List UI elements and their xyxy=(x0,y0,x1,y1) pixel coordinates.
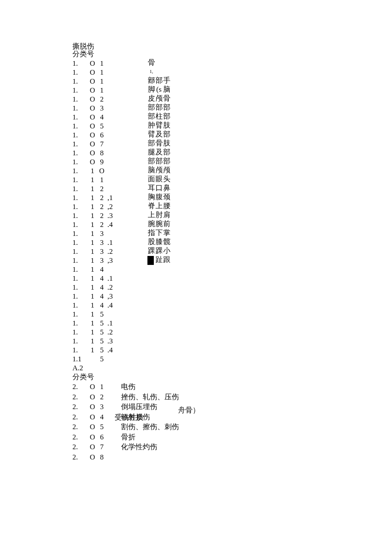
vert-cell: (s xyxy=(155,85,163,94)
col-2: 1 xyxy=(87,328,98,337)
vert-cell: 部 xyxy=(147,157,155,166)
vert-cell: 指 xyxy=(147,228,155,237)
col-3: 4 xyxy=(98,413,106,421)
col-3: 5 xyxy=(98,337,106,346)
code-row: 1.O1 xyxy=(72,86,328,95)
vert-cell: 及 xyxy=(155,148,163,157)
vert-cell: 部 xyxy=(155,157,163,166)
vert-cell: 腕 xyxy=(155,219,163,228)
vert-cell: 部 xyxy=(163,130,170,139)
vert-cell: 耳 xyxy=(147,183,155,192)
vert-cell: 腰 xyxy=(163,201,170,210)
col-3: 4 xyxy=(98,292,106,301)
vert-cell: 部 xyxy=(155,103,163,112)
vert-cell: 小 xyxy=(163,246,170,255)
col-1: 1. xyxy=(72,68,87,77)
col-4: .1 xyxy=(106,238,119,247)
col-1: 1. xyxy=(72,59,87,68)
vert-cell: 手 xyxy=(163,76,170,85)
code-row: 1.12.4 xyxy=(72,220,328,229)
col-3: 6 xyxy=(98,131,106,139)
vert-cell: 股 xyxy=(147,237,155,246)
col-1: 1. xyxy=(72,310,87,319)
code-row: 1.13,3 xyxy=(72,256,328,265)
col-4 xyxy=(106,131,119,139)
code-row: 1.O2 xyxy=(72,95,328,104)
col-4: .2 xyxy=(106,328,119,337)
code-row: 1.12,2 xyxy=(72,202,328,211)
code-row: 1.14 xyxy=(72,265,328,274)
code-row: 1.15 xyxy=(72,355,328,363)
col-4: .3 xyxy=(106,211,119,220)
col-2: 1 xyxy=(87,175,98,184)
col-3: 5 xyxy=(98,422,106,431)
col-1: 1. xyxy=(72,148,87,157)
code-list-1: 1.O11.O11.O11.O11.O21.O31.O41.O51.O61.O7… xyxy=(72,59,328,363)
col-3: 2 xyxy=(98,211,106,220)
col-1: 1. xyxy=(72,86,87,95)
col-2: 1 xyxy=(87,238,98,247)
col-4 xyxy=(106,122,119,131)
vert-cell: 颅 xyxy=(163,166,170,174)
col-1: 1. xyxy=(72,274,87,283)
injury-label: 倒塌压埋伤 xyxy=(106,402,157,411)
vert-cell: 腹 xyxy=(155,192,163,201)
col-3: 9 xyxy=(98,157,106,166)
col-4: .2 xyxy=(106,247,119,256)
vert-cell: 部 xyxy=(147,112,155,121)
col-3: 4 xyxy=(98,265,106,274)
col-3: 5 xyxy=(98,319,106,328)
vert-cell: 跟 xyxy=(163,255,170,264)
vert-cell: 脚 xyxy=(147,85,155,94)
document-page: 撕脱伤 分类号 1.O11.O11.O11.O11.O21.O31.O41.O5… xyxy=(72,43,328,462)
vert-cell: 肩 xyxy=(163,210,170,219)
vert-cell xyxy=(163,67,170,76)
col-2: O xyxy=(87,113,98,122)
vert-cell: 肘 xyxy=(155,210,163,219)
col-3: 1 xyxy=(98,382,106,391)
col-2: O xyxy=(87,95,98,104)
col-1: 1. xyxy=(72,202,87,211)
col-4 xyxy=(106,113,119,122)
vertical-column-b: 部(s颅部柱臂及骨及部颅眼口腹上肘腕下膝踝趾 xyxy=(155,58,163,264)
col-3: 6 xyxy=(98,433,106,442)
col-3: 5 xyxy=(98,122,106,131)
col-1: 2. xyxy=(72,413,87,421)
col-1: 1. xyxy=(72,104,87,113)
code-row: 1.1O xyxy=(72,166,328,175)
col-4 xyxy=(106,68,119,77)
col-2: 1 xyxy=(87,319,98,328)
vert-cell: 部 xyxy=(163,112,170,121)
code-row-2: 2.O1电伤 xyxy=(72,382,328,392)
col-4: .4 xyxy=(106,220,119,229)
code-row: 1.O6 xyxy=(72,131,328,139)
code-row: 1.15.4 xyxy=(72,346,328,355)
vert-cell: 皮 xyxy=(147,94,155,103)
col-4: ,3 xyxy=(106,256,119,265)
col-3: 2 xyxy=(98,193,106,202)
vert-cell: 上 xyxy=(147,210,155,219)
col-2: 1 xyxy=(87,274,98,283)
vert-cell: 腕 xyxy=(147,219,155,228)
vert-cell xyxy=(163,58,170,67)
col-4: .1 xyxy=(106,274,119,283)
code-row: 1.O9 xyxy=(72,157,328,166)
col-2: 1 xyxy=(87,265,98,274)
code-row-2: 2.O7化学性灼伤 xyxy=(72,442,328,453)
title-line-2: 分类号 xyxy=(72,50,328,58)
col-3: 3 xyxy=(98,104,106,113)
code-row: 1.12,1 xyxy=(72,193,328,202)
vert-cell: 前 xyxy=(163,219,170,228)
col-3: 7 xyxy=(98,139,106,148)
black-square-icon xyxy=(147,256,154,265)
section-1: 1.O11.O11.O11.O11.O21.O31.O41.O51.O61.O7… xyxy=(72,59,328,363)
code-row: 1.O3 xyxy=(72,104,328,113)
col-1: 1. xyxy=(72,220,87,229)
vert-cell: 骨 xyxy=(155,139,163,148)
vert-cell: 部 xyxy=(147,139,155,148)
col-4 xyxy=(106,148,119,157)
vert-cell: 头 xyxy=(163,174,170,183)
code-row: 1.15 xyxy=(72,310,328,319)
col-1: 2. xyxy=(72,392,87,401)
col-3: 5 xyxy=(98,328,106,337)
